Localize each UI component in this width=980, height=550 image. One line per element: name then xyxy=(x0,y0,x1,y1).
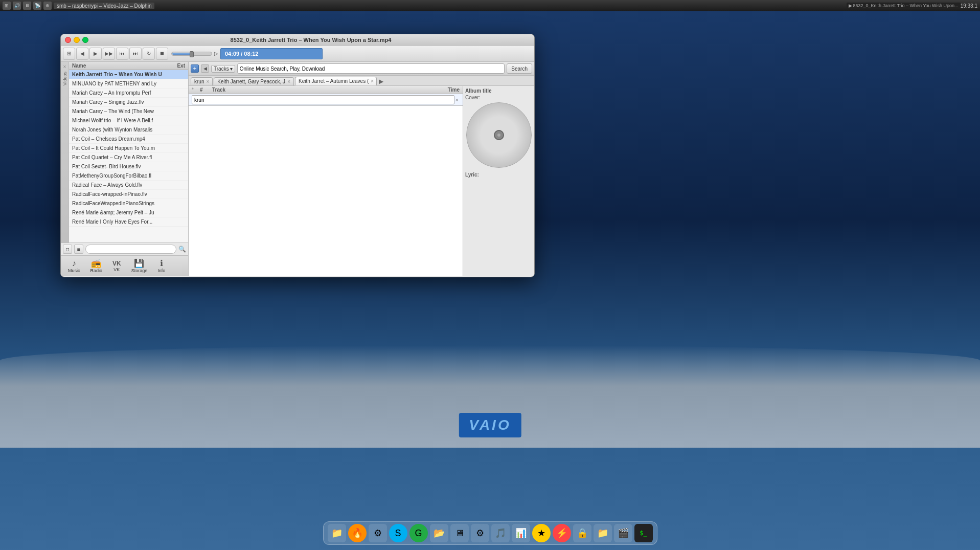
dock-icon-settings[interactable]: ⚙ xyxy=(369,524,387,542)
dock-icon-files[interactable]: 📁 xyxy=(328,524,346,542)
file-name: René Marie I Only Have Eyes For... xyxy=(72,219,152,225)
file-name: RadicalFace-wrapped-inPinao.flv xyxy=(72,191,147,197)
list-item[interactable]: Mariah Carey – An Impromptu Perf xyxy=(69,89,188,98)
list-item[interactable]: Pat Coil Sextet- Bird House.flv xyxy=(69,162,188,171)
dock-icon-lock[interactable]: 🔒 xyxy=(573,524,591,542)
dock-icon-green[interactable]: G xyxy=(409,524,428,542)
list-view-button[interactable]: ≡ xyxy=(74,245,83,254)
time-display[interactable]: 04:09 / 08:12 xyxy=(220,48,323,59)
tracks-dropdown[interactable]: Tracks ▾ xyxy=(211,65,235,73)
tab-nav-right-icon[interactable]: ▶ xyxy=(378,78,384,85)
album-art xyxy=(466,102,532,168)
list-item[interactable]: Pat Coil – It Could Happen To You.m xyxy=(69,144,188,153)
tab-music[interactable]: ♪ Music xyxy=(65,258,83,274)
minimize-button[interactable] xyxy=(74,37,80,43)
inline-search-row: × xyxy=(189,94,463,106)
tab-autumn-leaves[interactable]: Keith Jarret – Autumn Leaves ( × xyxy=(295,77,377,85)
file-name: Pat Coil Quartet – Cry Me A River.fl xyxy=(72,155,152,160)
toolbar-stop-button[interactable]: ⏹ xyxy=(156,48,168,60)
dock-icon-music[interactable]: 🎵 xyxy=(491,524,510,542)
toolbar-play-button[interactable]: ▶ xyxy=(89,48,102,60)
close-search-icon[interactable]: × xyxy=(454,97,460,103)
dock-icon-folder[interactable]: 📂 xyxy=(430,524,448,542)
music-search-input[interactable] xyxy=(237,63,505,74)
folder-view-button[interactable]: □ xyxy=(63,245,72,254)
list-item[interactable]: PatMethenyGroupSongForBilbao.fl xyxy=(69,171,188,181)
list-item[interactable]: Norah Jones (with Wynton Marsalis xyxy=(69,125,188,135)
nav-back-button[interactable]: ◀ xyxy=(201,64,209,73)
file-name: René Marie &amp; Jeremy Pelt – Ju xyxy=(72,210,154,215)
left-panel-search-input[interactable] xyxy=(85,245,176,254)
cd-hole xyxy=(497,134,500,137)
file-list-container: Name Ext Keith Jarrett Trio – When You W… xyxy=(69,62,188,243)
tab-krun[interactable]: krun × xyxy=(191,77,213,85)
list-item[interactable]: MINUANO by PAT METHENY and Ly xyxy=(69,79,188,89)
tab-storage[interactable]: 💾 Storage xyxy=(128,257,151,274)
dock-icon-skype[interactable]: S xyxy=(389,524,407,542)
tab-radio[interactable]: 📻 Radio xyxy=(87,257,106,274)
dock-icon-lightning[interactable]: ⚡ xyxy=(553,524,571,542)
time-column-header: Time xyxy=(429,87,460,93)
progress-thumb[interactable] xyxy=(190,51,194,57)
progress-bar[interactable] xyxy=(171,52,212,56)
file-name: Keith Jarrett Trio – When You Wish U xyxy=(72,72,162,77)
tab-keith-gary[interactable]: Keith Jarrett, Gary Peacock, J × xyxy=(214,77,294,85)
tab-info[interactable]: ℹ Info xyxy=(154,257,168,274)
content-area: * # Track Time × xyxy=(189,86,534,276)
add-track-button[interactable]: + xyxy=(191,64,199,73)
list-item[interactable]: RadicalFace-wrapped-inPinao.flv xyxy=(69,190,188,199)
list-item[interactable]: Mariah Carey – The Wind (The New xyxy=(69,107,188,116)
toolbar-next-button[interactable]: ▶▶ xyxy=(103,48,115,60)
close-button[interactable] xyxy=(65,37,71,43)
list-item[interactable]: René Marie &amp; Jeremy Pelt – Ju xyxy=(69,208,188,217)
taskbar-speaker-icon[interactable]: 🔊 xyxy=(13,2,21,10)
dock-icon-stats[interactable]: 📊 xyxy=(512,524,530,542)
tab-krun-close-icon[interactable]: × xyxy=(206,79,209,84)
taskbar-monitor-icon[interactable]: 🖥 xyxy=(23,2,31,10)
list-item[interactable]: Pat Coil Quartet – Cry Me A River.fl xyxy=(69,153,188,162)
list-item[interactable]: Mariah Carey – Singing Jazz.flv xyxy=(69,98,188,107)
list-item[interactable]: René Marie I Only Have Eyes For... xyxy=(69,217,188,227)
dock-icon-video[interactable]: 🎬 xyxy=(614,524,632,542)
media-controls-bar: ▶ 8532_0_Keith Jarrett Trio – When You W… xyxy=(847,3,961,9)
list-item[interactable]: RadicalFaceWrappedInPianoStrings xyxy=(69,199,188,208)
album-title-label: Album title xyxy=(465,88,532,94)
file-list-header: Name Ext xyxy=(69,62,188,70)
main-content: × Videos Name Ext Keith Jarrett Trio – W… xyxy=(61,62,534,276)
inline-search-input[interactable] xyxy=(192,95,454,104)
dock-icon-gear[interactable]: ⚙ xyxy=(471,524,489,542)
toolbar-refresh-button[interactable]: ↻ xyxy=(143,48,155,60)
dock-icon-terminal[interactable]: $_ xyxy=(634,524,653,542)
list-item[interactable]: Radical Face – Always Gold.flv xyxy=(69,181,188,190)
toolbar-grid-button[interactable]: ⊞ xyxy=(63,48,75,60)
dock-icon-firefox[interactable]: 🔥 xyxy=(348,524,367,542)
track-list-header: * # Track Time xyxy=(189,86,463,94)
left-panel-search-icon[interactable]: 🔍 xyxy=(178,246,186,253)
tab-autumn-leaves-close-icon[interactable]: × xyxy=(371,78,374,84)
toolbar-skip-forward-button[interactable]: ⏭ xyxy=(129,48,142,60)
search-button[interactable]: Search xyxy=(507,63,532,74)
dock-icon-monitor[interactable]: 🖥 xyxy=(450,524,469,542)
list-item[interactable]: Keith Jarrett Trio – When You Wish U xyxy=(69,70,188,79)
dock-icon-star[interactable]: ★ xyxy=(532,524,551,542)
dolphin-window-item[interactable]: smb – raspberrypi – Video-Jazz – Dolphin xyxy=(54,3,154,9)
file-name: RadicalFaceWrappedInPianoStrings xyxy=(72,201,154,206)
maximize-button[interactable] xyxy=(82,37,88,43)
tab-vk[interactable]: VK VK xyxy=(109,259,124,273)
list-item[interactable]: Michael Wolff trio – If I Were A Bell.f xyxy=(69,116,188,125)
lyric-label: Lyric: xyxy=(465,172,532,178)
taskbar-app-icon[interactable]: ⊞ xyxy=(3,2,11,10)
file-name: Pat Coil – Chelseas Dream.mp4 xyxy=(72,136,145,142)
dock-icon-folder2[interactable]: 📁 xyxy=(594,524,612,542)
toolbar-prev-button[interactable]: ◀ xyxy=(76,48,88,60)
toolbar-skip-back-button[interactable]: ⏮ xyxy=(116,48,128,60)
taskbar-more-icon[interactable]: ⊕ xyxy=(43,2,52,10)
list-item[interactable]: Pat Coil – Chelseas Dream.mp4 xyxy=(69,135,188,144)
track-list-area: * # Track Time × xyxy=(189,86,463,276)
taskbar-network-icon[interactable]: 📡 xyxy=(33,2,41,10)
tab-keith-gary-close-icon[interactable]: × xyxy=(287,79,290,84)
cover-label: Cover: xyxy=(465,95,532,100)
music-icon: ♪ xyxy=(72,259,76,268)
close-sidebar-icon[interactable]: × xyxy=(63,64,66,70)
window-controls xyxy=(65,37,88,43)
